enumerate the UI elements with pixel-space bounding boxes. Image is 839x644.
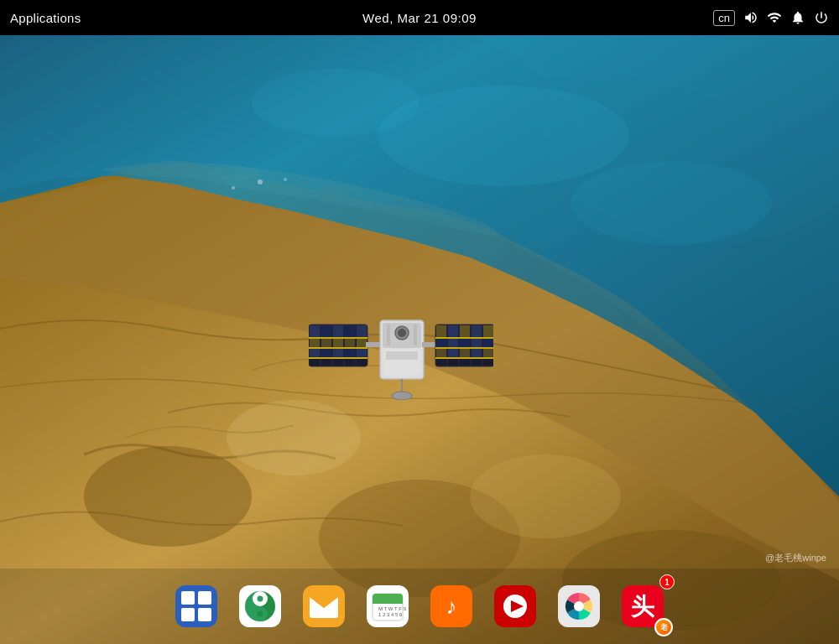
svg-rect-36 bbox=[333, 339, 343, 347]
svg-rect-83 bbox=[198, 608, 211, 621]
svg-point-50 bbox=[398, 329, 406, 337]
dock: M T W T F S 1 2 3 4 5 6 ♪ bbox=[0, 569, 839, 644]
svg-rect-29 bbox=[310, 325, 320, 337]
svg-rect-75 bbox=[472, 349, 482, 357]
svg-rect-76 bbox=[483, 349, 493, 357]
dock-item-calendar[interactable]: M T W T F S 1 2 3 4 5 6 bbox=[359, 578, 416, 635]
notification-icon[interactable] bbox=[790, 10, 805, 25]
svg-rect-71 bbox=[483, 339, 493, 347]
svg-text:1 2 3 4 5 6: 1 2 3 4 5 6 bbox=[378, 612, 403, 617]
svg-text:M T W T F S: M T W T F S bbox=[378, 606, 407, 611]
svg-rect-39 bbox=[310, 349, 320, 357]
svg-rect-43 bbox=[357, 349, 367, 357]
wallpaper: @老毛桃winpe bbox=[0, 35, 839, 644]
svg-rect-82 bbox=[181, 608, 195, 621]
dock-item-browser[interactable] bbox=[232, 578, 289, 635]
svg-rect-93 bbox=[373, 600, 403, 604]
svg-point-20 bbox=[284, 178, 287, 181]
svg-rect-81 bbox=[198, 591, 211, 605]
applications-menu[interactable]: Applications bbox=[10, 11, 81, 25]
svg-point-86 bbox=[258, 596, 263, 602]
svg-rect-32 bbox=[345, 325, 355, 337]
svg-rect-42 bbox=[345, 349, 355, 357]
volume-icon[interactable] bbox=[743, 10, 758, 25]
svg-rect-79 bbox=[175, 585, 217, 627]
svg-rect-70 bbox=[472, 339, 482, 347]
panel-right: cn bbox=[713, 10, 829, 26]
svg-rect-30 bbox=[321, 325, 331, 337]
svg-rect-31 bbox=[333, 325, 343, 337]
svg-rect-41 bbox=[333, 349, 343, 357]
notification-badge: 1 bbox=[659, 574, 675, 589]
dock-item-window-manager[interactable] bbox=[168, 578, 225, 635]
desktop: @老毛桃winpe bbox=[0, 35, 839, 644]
svg-text:头: 头 bbox=[630, 594, 655, 620]
watermark: @老毛桃winpe bbox=[765, 552, 826, 564]
svg-rect-63 bbox=[448, 325, 458, 337]
svg-rect-33 bbox=[357, 325, 367, 337]
network-icon[interactable] bbox=[767, 10, 782, 25]
svg-rect-53 bbox=[422, 342, 437, 347]
svg-rect-64 bbox=[460, 325, 470, 337]
svg-text:♪: ♪ bbox=[446, 594, 457, 619]
panel-clock: Wed, Mar 21 09:09 bbox=[362, 11, 477, 25]
svg-rect-62 bbox=[436, 325, 446, 337]
svg-point-12 bbox=[252, 69, 420, 136]
svg-rect-65 bbox=[472, 325, 482, 337]
svg-rect-72 bbox=[436, 349, 446, 357]
svg-rect-51 bbox=[387, 325, 390, 345]
svg-rect-68 bbox=[448, 339, 458, 347]
svg-point-19 bbox=[232, 186, 235, 190]
panel-left: Applications bbox=[10, 11, 81, 25]
svg-point-78 bbox=[392, 392, 412, 400]
dock-item-toutiao[interactable]: 头 1 老 bbox=[614, 578, 671, 635]
dock-item-video[interactable] bbox=[487, 578, 544, 635]
svg-rect-34 bbox=[310, 339, 320, 347]
language-indicator[interactable]: cn bbox=[713, 10, 735, 26]
datetime-display: Wed, Mar 21 09:09 bbox=[362, 11, 477, 25]
svg-rect-69 bbox=[460, 339, 470, 347]
top-panel: Applications Wed, Mar 21 09:09 cn bbox=[0, 0, 839, 35]
svg-rect-48 bbox=[386, 351, 418, 360]
svg-point-103 bbox=[574, 601, 584, 611]
svg-point-16 bbox=[227, 400, 361, 475]
svg-rect-66 bbox=[483, 325, 493, 337]
svg-point-17 bbox=[470, 454, 621, 538]
svg-rect-74 bbox=[460, 349, 470, 357]
svg-rect-80 bbox=[181, 591, 195, 605]
svg-rect-67 bbox=[436, 339, 446, 347]
svg-point-87 bbox=[258, 611, 263, 617]
dock-item-mail[interactable] bbox=[295, 578, 352, 635]
svg-rect-37 bbox=[345, 339, 355, 347]
svg-point-13 bbox=[84, 446, 252, 547]
dock-item-music[interactable]: ♪ bbox=[423, 578, 480, 635]
svg-rect-35 bbox=[321, 339, 331, 347]
svg-point-18 bbox=[258, 179, 263, 184]
power-icon[interactable] bbox=[814, 10, 829, 25]
satellite bbox=[309, 299, 493, 400]
svg-rect-52 bbox=[414, 325, 417, 345]
svg-rect-40 bbox=[321, 349, 331, 357]
svg-rect-38 bbox=[357, 339, 367, 347]
dock-item-photos[interactable] bbox=[550, 578, 607, 635]
svg-rect-73 bbox=[448, 349, 458, 357]
svg-point-11 bbox=[571, 161, 772, 245]
